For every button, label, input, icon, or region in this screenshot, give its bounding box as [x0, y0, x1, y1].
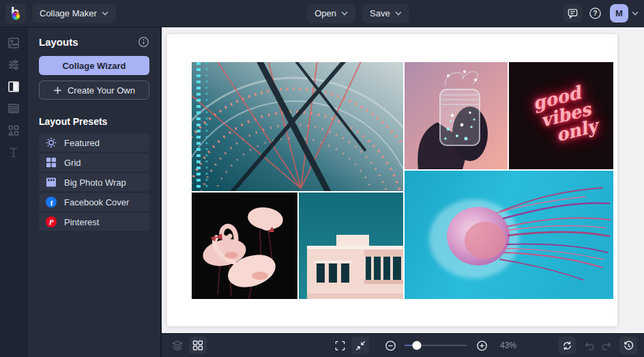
help-icon: ?	[589, 7, 602, 20]
svg-text:P: P	[49, 218, 54, 226]
account-menu-button[interactable]	[632, 11, 639, 16]
zoom-out-button[interactable]	[381, 337, 399, 354]
svg-text:f: f	[50, 199, 53, 207]
neon-text: good vibes only	[523, 81, 600, 149]
text-icon	[8, 146, 20, 158]
sidebar-item-text[interactable]	[0, 141, 27, 163]
canvas-page: good vibes only	[167, 34, 617, 326]
reset-button[interactable]	[558, 337, 576, 354]
zoom-in-button[interactable]	[473, 337, 491, 354]
fullscreen-icon	[334, 340, 346, 352]
patterns-icon	[8, 102, 20, 115]
pinterest-icon: P	[46, 216, 57, 227]
zoom-slider[interactable]	[405, 345, 467, 346]
save-button[interactable]: Save	[362, 4, 409, 23]
create-your-own-button[interactable]: Create Your Own	[39, 81, 149, 100]
chat-bubble-icon	[567, 8, 579, 19]
zoom-out-icon	[385, 340, 396, 352]
layouts-panel: Layouts Collage Wizard Create Your Own L…	[27, 27, 162, 357]
avatar-initial: M	[615, 8, 623, 18]
image-icon	[8, 37, 20, 49]
save-label: Save	[370, 8, 390, 18]
info-icon[interactable]	[138, 36, 149, 48]
plus-icon	[53, 86, 62, 95]
top-bar: b Collage Maker Open Save ?	[0, 0, 644, 27]
presets-title: Layout Presets	[39, 116, 149, 127]
preset-facebook-cover[interactable]: f Facebook Cover	[39, 193, 149, 211]
zoom-slider-handle[interactable]	[413, 341, 422, 350]
open-label: Open	[314, 8, 336, 18]
preset-pinterest[interactable]: P Pinterest	[39, 213, 149, 231]
app-menu-button[interactable]: Collage Maker	[32, 4, 116, 23]
collage-maker-app: b Collage Maker Open Save ?	[0, 0, 644, 357]
sidebar-item-patterns[interactable]	[0, 98, 27, 119]
undo-button[interactable]	[580, 337, 598, 354]
fullscreen-button[interactable]	[331, 337, 349, 354]
preset-featured[interactable]: Featured	[39, 134, 149, 152]
sidebar-item-layouts[interactable]	[0, 76, 27, 98]
building-image	[299, 192, 403, 299]
redo-button[interactable]	[598, 337, 615, 354]
zoom-level: 43%	[500, 341, 523, 350]
collage-wizard-label: Collage Wizard	[62, 61, 126, 71]
chevron-down-icon	[102, 11, 108, 16]
collage: good vibes only	[192, 62, 613, 299]
preset-grid[interactable]: Grid	[39, 154, 149, 171]
befunky-logo[interactable]: b	[5, 3, 26, 24]
photo-building[interactable]	[299, 192, 403, 299]
sidebar-item-edit[interactable]	[0, 54, 27, 76]
layers-button[interactable]	[169, 337, 186, 354]
photo-fairy-lights-jar[interactable]	[405, 62, 508, 169]
fit-screen-icon	[355, 340, 366, 352]
preset-big-photo-wrap[interactable]: Big Photo Wrap	[39, 173, 149, 191]
zoom-in-icon	[476, 340, 488, 352]
layouts-icon	[8, 81, 20, 93]
flamingos-image	[192, 192, 297, 299]
logo-color-wheel-icon	[12, 12, 20, 20]
layers-icon	[171, 339, 184, 352]
collage-manager-button[interactable]	[189, 337, 207, 354]
jellyfish-image	[405, 171, 613, 299]
sidebar-item-image-manager[interactable]	[0, 32, 27, 54]
grid-2x2-icon	[192, 340, 203, 351]
create-your-own-label: Create Your Own	[68, 85, 135, 96]
module-sidebar	[0, 27, 27, 357]
facebook-icon: f	[46, 197, 57, 208]
editor-main: good vibes only	[162, 27, 644, 357]
grid-icon	[46, 157, 57, 168]
help-button[interactable]: ?	[586, 4, 604, 23]
sidebar-item-graphics[interactable]	[0, 119, 27, 141]
svg-text:?: ?	[593, 10, 597, 17]
feedback-button[interactable]	[564, 4, 582, 23]
undo-icon	[583, 340, 595, 352]
big-photo-wrap-icon	[46, 177, 57, 188]
app-menu-label: Collage Maker	[40, 8, 97, 18]
featured-icon	[46, 137, 57, 148]
history-button[interactable]	[619, 337, 637, 354]
preset-label: Featured	[64, 138, 100, 148]
preset-label: Facebook Cover	[64, 197, 129, 208]
sliders-icon	[8, 59, 20, 71]
photo-ferris-wheel[interactable]	[192, 62, 403, 191]
preset-label: Grid	[64, 158, 81, 168]
collage-wizard-button[interactable]: Collage Wizard	[39, 56, 149, 75]
panel-title: Layouts	[39, 36, 78, 48]
ferris-wheel-image	[192, 62, 403, 191]
fairy-lights-jar-image	[405, 62, 508, 169]
history-icon	[623, 340, 634, 352]
bottom-toolbar: 43%	[162, 333, 644, 357]
avatar[interactable]: M	[610, 4, 628, 23]
chevron-down-icon	[341, 11, 348, 16]
chevron-down-icon	[395, 11, 402, 16]
open-button[interactable]: Open	[307, 4, 355, 23]
reset-icon	[561, 340, 573, 352]
photo-flamingos[interactable]	[192, 192, 297, 299]
preset-label: Big Photo Wrap	[64, 177, 126, 188]
shapes-icon	[8, 124, 20, 137]
preset-label: Pinterest	[64, 217, 99, 227]
photo-jellyfish[interactable]	[405, 171, 613, 299]
photo-neon-sign[interactable]: good vibes only	[509, 62, 613, 169]
fit-to-screen-button[interactable]	[351, 337, 369, 354]
redo-icon	[601, 340, 613, 352]
chevron-down-icon	[632, 11, 639, 16]
